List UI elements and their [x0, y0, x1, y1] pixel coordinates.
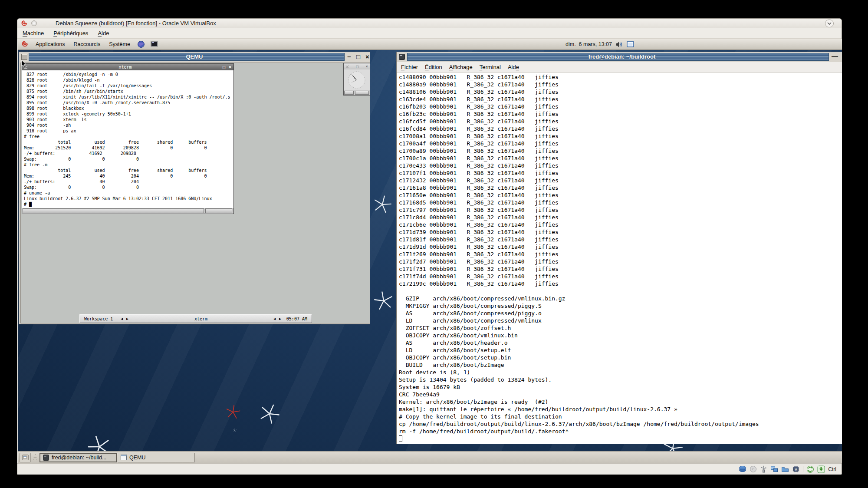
window-prev-icon[interactable]: ◀ [272, 317, 277, 321]
terminal-title-label: fred@debian: ~/buildroot [397, 53, 842, 60]
terminal-launcher-icon[interactable] [150, 40, 158, 48]
toolbar-clock: 05:07 AM [286, 317, 307, 321]
debian-menu-icon[interactable] [21, 40, 29, 48]
star [373, 194, 393, 213]
taskbar-label: fred@debian: ~/build... [52, 455, 106, 461]
terminal-window: fred@debian: ~/buildroot — Fichier Éditi… [396, 52, 842, 444]
debian-swirl-icon [21, 20, 28, 27]
sharedfolder-status-icon[interactable] [781, 466, 789, 473]
window-title: Debian Squeeze (buildroot) [En fonction]… [56, 20, 216, 26]
menu-aide[interactable]: Aide [508, 64, 519, 70]
display-settings-icon[interactable] [627, 41, 634, 47]
terminal-titlebar[interactable]: fred@debian: ~/buildroot — [397, 52, 842, 62]
menu-terminal[interactable]: Terminal [480, 64, 501, 70]
menu-aide[interactable]: Aide [98, 30, 109, 36]
xterm-window: xterm □ × 827 root /sbin/syslogd -n -m 0… [22, 63, 234, 214]
virtualbox-window: Debian Squeeze (buildroot) [En fonction]… [17, 18, 842, 474]
qemu-title-label: QEMU [19, 53, 370, 60]
menu-fichier[interactable]: Fichier [401, 64, 418, 70]
tasklist-handle[interactable] [33, 453, 37, 462]
terminal-cursor [399, 435, 402, 442]
guest-screen: Applications Raccourcis Système dim. 6 m… [18, 39, 842, 463]
panel-menu-systeme[interactable]: Système [107, 40, 132, 48]
mouse-integration-status-icon[interactable] [817, 465, 825, 473]
volume-icon[interactable] [615, 41, 623, 48]
cd-status-icon[interactable] [750, 465, 757, 473]
menu-affichage[interactable]: Affichage [449, 64, 473, 70]
handle-bar[interactable] [355, 91, 369, 95]
menu-machine[interactable]: Machine [23, 30, 44, 36]
qemu-task-icon [121, 455, 127, 460]
terminal-screen[interactable]: c1488090 00bbb901 R_386_32 c1671a40 jiff… [397, 73, 842, 444]
xterm-text[interactable]: 827 root /sbin/syslogd -n -m 0 828 root … [22, 70, 233, 209]
qemu-guest-display[interactable]: xterm □ × 827 root /sbin/syslogd -n -m 0… [20, 63, 370, 323]
handle-grip[interactable] [344, 91, 354, 95]
xclock-face [344, 69, 370, 90]
workspace-next-icon[interactable]: ▶ [125, 317, 130, 321]
panel-menu-applications[interactable]: Applications [34, 40, 66, 48]
xclock-resize-handle[interactable] [344, 90, 370, 95]
mouse-cursor [21, 60, 28, 68]
xclock-maximize-icon[interactable]: □ [356, 64, 358, 69]
panel-clock-area[interactable]: dim. 6 mars, 13:07 [566, 39, 634, 50]
toolbar-window-label: xterm [130, 317, 272, 321]
star [86, 433, 112, 451]
blackbox-toolbar: Workspace 1 ◀ ▶ xterm ◀ ▶ 05:07 AM [79, 314, 312, 323]
gnome-taskbar: fred@debian: ~/build... QEMU [18, 451, 842, 463]
minimize-button[interactable]: − [347, 53, 351, 61]
handle-grip[interactable] [205, 208, 232, 213]
vcpu-status-icon[interactable]: V [792, 465, 800, 473]
gnome-top-panel: Applications Raccourcis Système dim. 6 m… [18, 39, 842, 50]
workspace-label[interactable]: Workspace 1 [84, 317, 113, 321]
vbox-statusbar: V Ctrl [17, 463, 842, 475]
host-key-label: Ctrl [828, 466, 836, 472]
browser-launcher-icon[interactable] [137, 40, 145, 48]
harddisk-status-icon[interactable] [739, 465, 746, 473]
close-button[interactable]: × [365, 53, 369, 61]
statusbar-separator [803, 466, 803, 472]
svg-text:V: V [795, 468, 798, 472]
xterm-titlebar[interactable]: xterm □ × [22, 64, 233, 70]
vm-state-icon [31, 20, 37, 26]
vbox-menubar: Machine Périphériques Aide [17, 28, 842, 39]
terminal-text: c1488090 00bbb901 R_386_32 c1671a40 jiff… [397, 73, 842, 435]
xterm-maximize-icon[interactable]: □ [223, 65, 225, 69]
panel-menu-raccourcis[interactable]: Raccourcis [72, 40, 102, 48]
clock-label[interactable]: dim. 6 mars, 13:07 [566, 41, 612, 47]
vbox-titlebar[interactable]: Debian Squeeze (buildroot) [En fonction]… [17, 19, 842, 28]
terminal-task-icon [43, 455, 49, 461]
usb-status-icon[interactable] [760, 465, 767, 473]
show-desktop-icon [22, 455, 29, 460]
star [374, 290, 394, 310]
host-screen: { "colors":{ "desktop_top":"#2b4f78","de… [0, 0, 868, 488]
show-desktop-button[interactable] [20, 453, 31, 462]
shade-button[interactable] [825, 20, 834, 27]
star [258, 401, 282, 424]
window-next-icon[interactable]: ▶ [277, 317, 283, 321]
workspace-prev-icon[interactable]: ◀ [119, 317, 125, 321]
xterm-close-icon[interactable]: × [229, 65, 231, 69]
handle-bar[interactable] [23, 208, 204, 213]
taskbar-label: QEMU [129, 455, 146, 461]
terminal-menubar: Fichier Édition Affichage Terminal Aide [397, 62, 842, 73]
star-red [226, 404, 240, 419]
star-tiny [233, 429, 237, 431]
maximize-button[interactable]: □ [356, 53, 360, 61]
xclock-close-icon[interactable]: × [366, 64, 368, 69]
chevron-down-icon [827, 21, 832, 26]
menu-peripheriques[interactable]: Périphériques [53, 30, 88, 36]
autoresize-status-icon[interactable] [806, 465, 814, 473]
network-status-icon[interactable] [770, 465, 778, 473]
iconify-icon[interactable] [345, 65, 349, 68]
xterm-title-label: xterm [28, 65, 223, 69]
qemu-window: QEMU − □ × xterm □ × 827 root /sbin/sysl… [19, 52, 370, 324]
xterm-resize-handle[interactable] [22, 208, 233, 214]
terminal-minimize-button[interactable]: — [832, 53, 838, 60]
taskbar-button-qemu[interactable]: QEMU [118, 453, 195, 462]
xclock-titlebar[interactable]: □ × [344, 63, 370, 69]
menu-edition[interactable]: Édition [425, 64, 442, 70]
xclock-window: □ × [343, 63, 370, 96]
taskbar-button-terminal[interactable]: fred@debian: ~/build... [39, 453, 117, 462]
qemu-titlebar[interactable]: QEMU − □ × [19, 52, 370, 62]
